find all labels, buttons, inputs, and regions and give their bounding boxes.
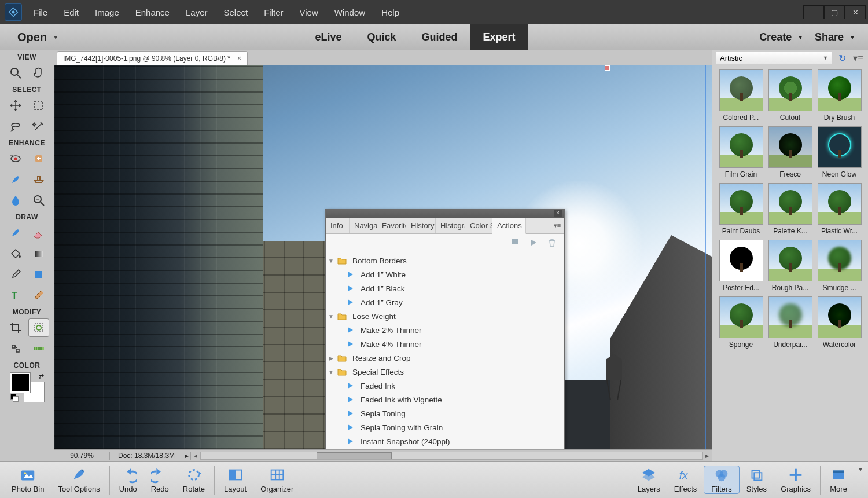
mode-tab-expert[interactable]: Expert [470, 24, 528, 50]
action-folder[interactable]: ▼Special Effects [326, 365, 564, 379]
actions-list[interactable]: ▼Bottom BordersAdd 1” WhiteAdd 1” BlackA… [326, 251, 564, 449]
menu-help[interactable]: Help [373, 0, 407, 24]
panel-tab-color[interactable]: Color Swatches [465, 218, 492, 233]
action-item[interactable]: Add 1” Black [326, 281, 564, 295]
share-button[interactable]: Share▼ [815, 31, 855, 43]
reset-filters-icon[interactable]: ↻ [836, 52, 848, 64]
close-icon[interactable]: × [554, 210, 562, 217]
window-minimize-button[interactable]: — [803, 5, 824, 19]
blur-tool[interactable] [5, 191, 26, 210]
filter-thumb-film-grain[interactable]: Film Grain [718, 126, 764, 178]
panel-menu-icon[interactable]: ▾≡ [852, 52, 865, 64]
menu-filter[interactable]: Filter [256, 0, 291, 24]
close-icon[interactable]: × [237, 54, 241, 63]
create-button[interactable]: Create▼ [759, 31, 803, 43]
organizer-button[interactable]: Organizer [253, 466, 300, 493]
scrollbar-thumb[interactable] [317, 452, 392, 459]
magic-wand-tool[interactable] [28, 117, 49, 136]
more-button[interactable]: More [823, 466, 854, 493]
stop-action-button[interactable] [510, 237, 520, 248]
panel-titlebar[interactable]: × [326, 210, 564, 218]
crop-tool[interactable] [5, 318, 26, 337]
type-tool[interactable]: T [5, 286, 26, 305]
collapse-icon[interactable]: ▼ [326, 258, 336, 264]
clone-stamp-tool[interactable] [28, 170, 49, 189]
action-item[interactable]: Make 2% Thinner [326, 323, 564, 337]
move-tool[interactable] [5, 96, 26, 115]
action-folder[interactable]: ▶Resize and Crop [326, 351, 564, 365]
zoom-tool[interactable] [5, 64, 26, 82]
mode-tab-guided[interactable]: Guided [409, 24, 470, 50]
filter-thumb-palette-knife[interactable]: Palette K... [767, 183, 813, 235]
default-colors-icon[interactable] [10, 394, 19, 402]
brush-tool[interactable] [5, 224, 26, 242]
menu-file[interactable]: File [25, 0, 56, 24]
swap-colors-icon[interactable]: ⇄ [39, 373, 44, 380]
undo-button[interactable]: Undo [112, 466, 144, 493]
foreground-color-well[interactable] [10, 373, 30, 393]
panel-tab-info[interactable]: Info [326, 218, 350, 233]
menu-enhance[interactable]: Enhance [127, 0, 178, 24]
filter-thumb-rough-pastels[interactable]: Rough Pa... [767, 240, 813, 292]
redo-button[interactable]: Redo [144, 466, 176, 493]
collapse-icon[interactable]: ▼ [326, 313, 336, 320]
content-aware-move-tool[interactable] [5, 339, 26, 358]
eyedropper-tool[interactable] [5, 265, 26, 284]
hand-tool[interactable] [28, 64, 49, 82]
recompose-tool[interactable] [28, 318, 49, 337]
action-item[interactable]: Instant Snapshot (300ppi) [326, 448, 564, 449]
panel-tab-history[interactable]: History [406, 218, 436, 233]
filter-thumb-plastic-wrap[interactable]: Plastic Wr... [816, 183, 862, 235]
play-action-button[interactable] [528, 237, 539, 248]
filter-thumb-cutout[interactable]: Cutout [767, 69, 813, 122]
window-close-button[interactable]: ✕ [845, 5, 866, 19]
marquee-tool[interactable] [28, 96, 49, 115]
scrollbar-right-icon[interactable]: ▸ [703, 452, 712, 460]
layers-button[interactable]: Layers [631, 466, 667, 493]
graphics-button[interactable]: Graphics [774, 466, 818, 493]
rotate-button[interactable]: Rotate [176, 466, 212, 493]
doc-info-menu-icon[interactable]: ▸ [183, 452, 191, 460]
zoom-value[interactable]: 90.79% [54, 452, 110, 460]
eraser-tool[interactable] [28, 224, 49, 242]
filter-thumb-fresco[interactable]: Fresco [767, 126, 813, 178]
smart-brush-tool[interactable] [5, 170, 26, 189]
panel-menu-icon[interactable]: ▾≡ [550, 218, 564, 233]
lasso-tool[interactable] [5, 117, 26, 136]
gradient-tool[interactable] [28, 244, 49, 263]
pencil-tool[interactable] [28, 286, 49, 305]
tool-options-button[interactable]: Tool Options [51, 466, 106, 493]
action-item[interactable]: Faded Ink with Vignette [326, 393, 564, 407]
sponge-tool[interactable] [28, 191, 49, 210]
action-folder[interactable]: ▼Lose Weight [326, 309, 564, 323]
mode-tab-elive[interactable]: eLive [303, 24, 355, 50]
action-item[interactable]: Add 1” White [326, 268, 564, 281]
panel-tab-favorites[interactable]: Favorites [377, 218, 406, 233]
window-maximize-button[interactable]: ▢ [824, 5, 845, 19]
chevron-down-icon[interactable]: ▼ [858, 466, 863, 473]
filter-thumb-smudge-stick[interactable]: Smudge ... [816, 240, 862, 292]
panel-tab-navigator[interactable]: Navigator [350, 218, 377, 233]
filter-thumb-colored-pencil[interactable]: Colored P... [718, 69, 764, 122]
redeye-tool[interactable] [5, 149, 26, 168]
menu-edit[interactable]: Edit [56, 0, 87, 24]
photo-bin-button[interactable]: Photo Bin [5, 466, 51, 493]
action-item[interactable]: Instant Snapshot (240ppi) [326, 434, 564, 448]
filter-thumb-dry-brush[interactable]: Dry Brush [816, 69, 862, 122]
action-item[interactable]: Sepia Toning with Grain [326, 420, 564, 434]
transform-handle[interactable] [605, 65, 610, 71]
filter-thumb-sponge[interactable]: Sponge [718, 296, 764, 349]
filter-thumb-underpainting[interactable]: Underpai... [767, 296, 813, 349]
document-tab[interactable]: IMG_7442[1]-0005-1.png @ 90.8% (Layer 0,… [57, 51, 248, 65]
menu-image[interactable]: Image [87, 0, 127, 24]
layout-button[interactable]: Layout [217, 466, 253, 493]
filters-button[interactable]: Filters [704, 466, 739, 494]
shape-tool[interactable] [28, 265, 49, 284]
horizontal-scrollbar[interactable] [200, 452, 703, 460]
styles-button[interactable]: Styles [740, 466, 774, 493]
action-item[interactable]: Add 1” Gray [326, 295, 564, 309]
action-item[interactable]: Faded Ink [326, 379, 564, 393]
spot-heal-tool[interactable] [28, 149, 49, 168]
effects-button[interactable]: fx Effects [667, 466, 704, 493]
expand-icon[interactable]: ▶ [326, 355, 336, 361]
